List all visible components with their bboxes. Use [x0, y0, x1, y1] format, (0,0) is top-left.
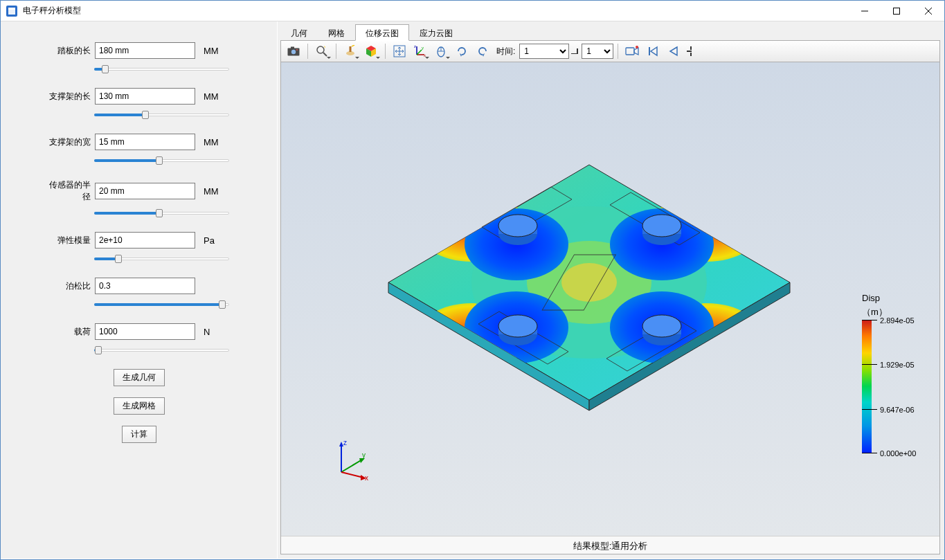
app-icon — [6, 6, 17, 17]
axis-view-button[interactable]: zyx — [411, 42, 430, 60]
svg-text:y: y — [362, 451, 366, 459]
svg-text:z: z — [343, 439, 347, 446]
param-label-4: 弹性模量 — [42, 235, 91, 246]
main-panel: 几何网格位移云图应力云图 — [278, 21, 944, 559]
svg-rect-27 — [577, 48, 578, 54]
legend-title-2: （m） — [862, 307, 924, 318]
svg-line-11 — [323, 53, 327, 56]
param-label-2: 支撑架的宽 — [42, 136, 91, 148]
param-slider-2[interactable] — [94, 154, 229, 167]
svg-line-69 — [341, 460, 362, 472]
legend-tick-3: 0.000e+00 — [880, 449, 916, 458]
window-title: 电子秤分析模型 — [23, 5, 81, 17]
tabs: 几何网格位移云图应力云图 — [280, 24, 940, 41]
param-slider-6[interactable] — [94, 344, 229, 356]
clean-button[interactable] — [341, 42, 360, 60]
titlebar: 电子秤分析模型 — [1, 1, 944, 21]
param-input-0[interactable] — [95, 42, 195, 59]
svg-rect-1 — [8, 8, 15, 10]
param-label-3: 传感器的半径 — [42, 179, 91, 203]
time-select-1[interactable]: 1 — [519, 44, 569, 59]
sidebar: 踏板的长 MM 支撑架的长 MM 支撑架的宽 MM 传感器的半径 MM 弹性模量 — [1, 21, 278, 559]
viewport-3d[interactable]: z y x Disp （m） 2.894e-051.929e-059.647e-… — [281, 62, 939, 536]
action-buttons: 生成几何 生成网格 计算 — [15, 369, 263, 443]
param-unit-2: MM — [204, 137, 219, 147]
mouse-mode-button[interactable] — [431, 42, 451, 60]
svg-rect-3 — [894, 8, 900, 14]
frame-end-icon — [570, 47, 579, 55]
svg-marker-70 — [359, 458, 365, 463]
legend-tick-2: 9.647e-06 — [880, 406, 915, 414]
param-input-2[interactable] — [95, 134, 195, 150]
tab-1[interactable]: 网格 — [318, 24, 355, 41]
time-label: 时间: — [496, 46, 515, 57]
param-unit-1: MM — [204, 91, 219, 102]
param-input-3[interactable] — [95, 183, 195, 199]
fit-view-button[interactable] — [390, 42, 409, 60]
svg-rect-0 — [8, 9, 15, 15]
svg-rect-33 — [690, 53, 692, 56]
viewport-caption: 结果模型:通用分析 — [281, 536, 939, 554]
param-input-1[interactable] — [95, 88, 195, 105]
param-slider-1[interactable] — [94, 109, 229, 121]
compute-button[interactable]: 计算 — [122, 426, 156, 443]
svg-rect-29 — [626, 48, 634, 55]
rotate-ccw-button[interactable] — [473, 42, 492, 60]
viewport-wrap: z y x Disp （m） 2.894e-051.929e-059.647e-… — [280, 62, 940, 554]
svg-rect-32 — [690, 46, 692, 50]
param-unit-6: N — [204, 327, 210, 337]
param-input-5[interactable] — [95, 278, 195, 294]
color-legend: Disp （m） 2.894e-051.929e-059.647e-060.00… — [862, 293, 924, 453]
toolbar: zyx 时间: 1 1 — [280, 40, 940, 62]
param-unit-4: Pa — [204, 235, 215, 246]
colormap-button[interactable] — [361, 42, 381, 60]
window-controls — [849, 1, 944, 21]
body: 踏板的长 MM 支撑架的长 MM 支撑架的宽 MM 传感器的半径 MM 弹性模量 — [1, 21, 944, 559]
svg-point-8 — [291, 50, 296, 54]
tab-0[interactable]: 几何 — [280, 24, 318, 41]
app-window: 电子秤分析模型 踏板的长 MM 支撑架的长 MM 支撑架的宽 MM — [0, 0, 945, 560]
svg-point-63 — [498, 315, 537, 337]
play-prev-button[interactable] — [664, 42, 683, 60]
record-button[interactable] — [622, 42, 642, 60]
param-label-6: 载荷 — [42, 326, 91, 338]
tab-2[interactable]: 位移云图 — [355, 24, 409, 41]
param-input-4[interactable] — [95, 232, 195, 249]
param-slider-4[interactable] — [94, 253, 229, 265]
param-label-0: 踏板的长 — [42, 45, 91, 57]
time-select-2[interactable]: 1 — [582, 44, 613, 59]
svg-rect-7 — [291, 47, 294, 49]
svg-text:x: x — [365, 474, 368, 480]
expand-button[interactable] — [685, 42, 694, 60]
param-label-5: 泊松比 — [42, 280, 91, 292]
generate-geometry-button[interactable]: 生成几何 — [114, 369, 165, 386]
param-unit-3: MM — [204, 186, 219, 197]
param-slider-5[interactable] — [94, 298, 229, 311]
generate-mesh-button[interactable]: 生成网格 — [114, 397, 165, 415]
legend-tick-0: 2.894e-05 — [880, 316, 915, 325]
legend-tick-1: 1.929e-05 — [880, 361, 915, 369]
tab-3[interactable]: 应力云图 — [409, 24, 463, 41]
param-slider-0[interactable] — [94, 63, 229, 75]
svg-text:z: z — [414, 45, 416, 48]
param-input-6[interactable] — [95, 323, 195, 340]
snapshot-button[interactable] — [284, 42, 303, 60]
svg-point-10 — [317, 46, 324, 53]
axis-triad: z y x — [333, 439, 375, 480]
param-slider-3[interactable] — [94, 207, 229, 219]
svg-rect-28 — [571, 53, 577, 54]
skip-start-button[interactable] — [643, 42, 663, 60]
close-button[interactable] — [912, 1, 944, 21]
minimize-button[interactable] — [849, 1, 881, 21]
svg-line-20 — [417, 50, 422, 55]
svg-point-30 — [636, 46, 638, 48]
result-model — [375, 151, 804, 428]
maximize-button[interactable] — [881, 1, 912, 21]
svg-line-71 — [341, 472, 363, 478]
svg-point-9 — [296, 49, 298, 51]
zoom-button[interactable] — [312, 42, 332, 60]
param-unit-0: MM — [204, 46, 219, 56]
svg-point-57 — [498, 215, 537, 237]
rotate-cw-button[interactable] — [452, 42, 471, 60]
svg-point-60 — [642, 215, 681, 237]
